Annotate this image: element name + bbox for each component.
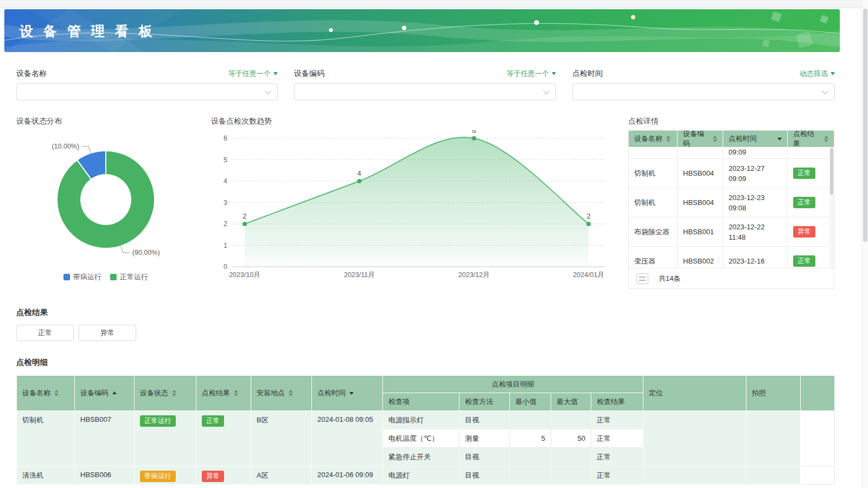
svg-text:2024/01月: 2024/01月 <box>573 271 604 279</box>
cell-photo <box>746 411 801 466</box>
column-header-result[interactable]: 点检结果 <box>196 376 251 411</box>
scrollbar-thumb[interactable] <box>863 9 867 242</box>
sort-icon <box>54 390 59 396</box>
column-header-max[interactable]: 最大值 <box>551 393 591 411</box>
result-badge: 异常 <box>202 471 224 482</box>
cell-time: 2024-01-08 09:05 <box>312 411 383 466</box>
cell-min: 5 <box>510 429 551 448</box>
detail-table-body: 09:09 切制机 HBSB004 2023-12-2709:09 正常 切制机… <box>629 147 834 268</box>
svg-text:1: 1 <box>224 242 227 249</box>
svg-text:0: 0 <box>224 263 227 271</box>
legend-item-sick-running[interactable]: 带病运行 <box>63 272 101 282</box>
column-header-position: 定位 <box>643 376 746 411</box>
inspection-detail-section: 点检明细 设备名称 设备编码 设备状态 点检结果 安装地点 点检时间 点检项目明… <box>16 357 868 485</box>
cell-method: 目视 <box>459 466 510 485</box>
cell-time: 2024-01-06 09:09 <box>312 466 383 485</box>
cell-device-name: 布袋除尘器 <box>629 217 678 246</box>
scrollbar-thumb[interactable] <box>830 148 833 195</box>
cell-min <box>510 448 551 466</box>
abnormal-filter-button[interactable]: 异常 <box>79 325 136 341</box>
sort-icon <box>713 136 717 142</box>
sort-icon <box>172 390 176 396</box>
cell-time: 2023-12-16 <box>723 247 788 268</box>
cell-min <box>510 411 551 429</box>
column-header-device-name[interactable]: 设备名称 <box>629 131 678 147</box>
device-name-select[interactable] <box>16 84 278 100</box>
cell <box>788 147 834 158</box>
inspection-detail-table: 设备名称 设备编码 设备状态 点检结果 安装地点 点检时间 点检项目明细 定位 … <box>16 375 835 485</box>
cell-device-code: HBSB007 <box>75 411 135 466</box>
svg-text:2023/12月: 2023/12月 <box>458 271 490 279</box>
cell-device-code: HBSB006 <box>75 466 135 485</box>
svg-text:(90.00%): (90.00%) <box>132 249 160 256</box>
column-header-photo: 拍照 <box>746 376 801 411</box>
table-row[interactable]: 布袋除尘器 HBSB001 2023-12-2211:48 异常 <box>629 217 834 247</box>
column-header-result[interactable]: 点检结果 <box>788 131 834 147</box>
cell-method: 目视 <box>459 411 510 429</box>
cell-min <box>510 466 551 485</box>
legend-swatch-blue <box>63 274 70 280</box>
svg-text:5: 5 <box>224 156 227 164</box>
status-distribution-chart: 设备状态分布 (10.00%)(90.00%) 带病运行 正常运行 <box>16 117 195 282</box>
result-badge: 正常 <box>202 415 224 427</box>
operator-label: 等于任意一个 <box>507 69 549 79</box>
cell-device-name: 清洗机 <box>17 466 75 485</box>
cell-time: 2023-12-2211:48 <box>723 217 788 246</box>
column-label: 点检时间 <box>729 134 757 144</box>
column-header-device-name[interactable]: 设备名称 <box>17 376 75 411</box>
chevron-down-icon <box>552 72 556 75</box>
detail-table-scrollbar[interactable] <box>829 147 834 268</box>
operator-dropdown-device-name[interactable]: 等于任意一个 <box>228 69 278 79</box>
list-view-icon[interactable] <box>636 273 648 284</box>
column-header-inspection-time[interactable]: 点检时间 <box>723 131 788 147</box>
column-header-device-code[interactable]: 设备编码 <box>678 131 723 147</box>
table-row[interactable]: 切制机 HBSB004 2023-12-2709:09 正常 <box>629 159 834 188</box>
device-code-select[interactable] <box>294 84 556 100</box>
cell-device-name: 切制机 <box>629 159 678 188</box>
column-header-item-group: 点检项目明细 <box>383 376 643 393</box>
column-header-method[interactable]: 检查方法 <box>459 393 510 411</box>
column-header-time[interactable]: 点检时间 <box>312 376 383 411</box>
cell-max <box>551 448 591 466</box>
filter-inspection-time: 点检时间 动态筛选 <box>572 69 835 100</box>
column-label: 设备编码 <box>683 129 709 149</box>
cell-check-result: 正常 <box>591 429 643 448</box>
cell-location: B区 <box>251 411 312 466</box>
cell-device-status: 带病运行 <box>135 466 196 485</box>
column-header-item[interactable]: 检查项 <box>383 393 459 411</box>
cell-result: 正常 <box>788 188 834 217</box>
cell-check-result: 正常 <box>591 466 643 485</box>
column-header-device-status[interactable]: 设备状态 <box>135 376 196 411</box>
detail-table-footer: 共14条 <box>629 268 834 288</box>
svg-text:6: 6 <box>472 130 476 134</box>
page-scrollbar[interactable] <box>861 0 868 488</box>
legend-item-normal-running[interactable]: 正常运行 <box>110 272 148 282</box>
cell-actions <box>801 466 835 485</box>
cell-max: 50 <box>551 429 591 448</box>
operator-dropdown-inspection-time[interactable]: 动态筛选 <box>800 69 835 79</box>
normal-filter-button[interactable]: 正常 <box>16 325 74 341</box>
column-header-check-result[interactable]: 检查结果 <box>591 393 643 411</box>
status-badge: 正常 <box>793 197 815 208</box>
inspection-time-select[interactable] <box>572 84 835 100</box>
svg-text:2: 2 <box>224 220 227 228</box>
column-header-min[interactable]: 最小值 <box>510 393 551 411</box>
svg-text:(10.00%): (10.00%) <box>52 143 79 150</box>
chart-title: 设备状态分布 <box>16 117 195 127</box>
cell-device-status: 正常运行 <box>135 411 196 466</box>
column-label: 点检结果 <box>793 129 820 149</box>
status-badge: 正常 <box>793 168 815 179</box>
chevron-down-icon <box>273 72 278 75</box>
cell <box>678 147 723 158</box>
column-header-actions <box>801 376 835 411</box>
cell-max <box>551 466 591 485</box>
column-header-device-code[interactable]: 设备编码 <box>75 376 135 411</box>
cell-result: 异常 <box>196 466 251 485</box>
column-header-location[interactable]: 安装地点 <box>251 376 312 411</box>
table-row[interactable]: 变压器 HBSB002 2023-12-16 正常 <box>629 247 834 268</box>
cell-device-code: HBSB004 <box>678 159 723 188</box>
operator-dropdown-device-code[interactable]: 等于任意一个 <box>507 69 556 79</box>
table-row[interactable]: 切制机 HBSB004 2023-12-2309:08 正常 <box>629 188 834 217</box>
filter-bar: 设备名称 等于任意一个 设备编码 等于任意一个 点检时间 动态筛选 <box>16 69 835 100</box>
table-row-partial[interactable]: 09:09 <box>629 147 834 159</box>
